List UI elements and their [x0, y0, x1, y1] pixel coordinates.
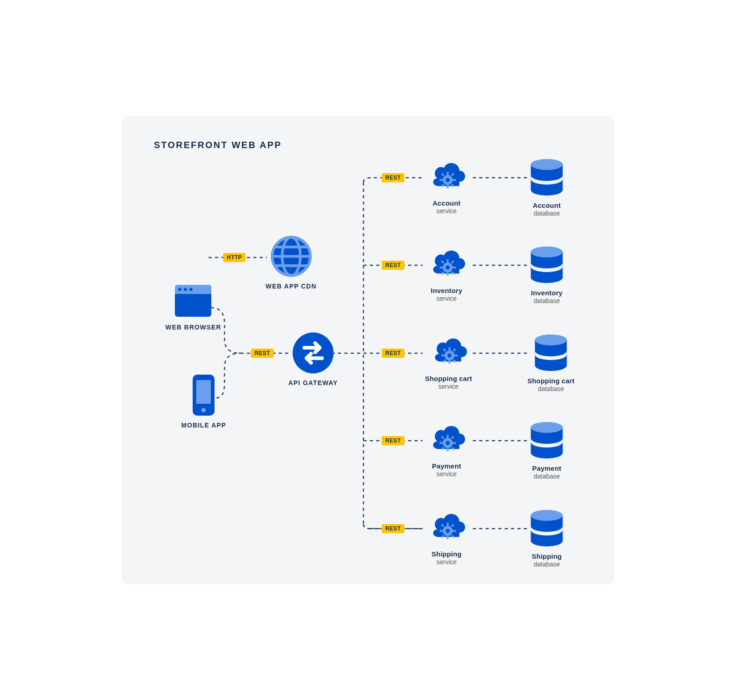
svg-rect-18 [447, 172, 449, 175]
svg-point-70 [531, 448, 563, 458]
svg-point-85 [531, 510, 563, 521]
svg-point-57 [535, 335, 567, 345]
label-db-sub: database [534, 210, 560, 217]
node-service-payment: Payment service [425, 421, 468, 478]
database-icon [532, 334, 570, 372]
label-service-name: Shipping [432, 550, 462, 558]
svg-rect-35 [453, 267, 456, 268]
label-cdn: WEB APP CDN [266, 283, 317, 290]
label-db-name: Shopping cart [527, 377, 574, 385]
gateway-icon [291, 331, 335, 375]
badge-rest-2: REST [382, 261, 404, 270]
svg-rect-62 [440, 442, 443, 444]
svg-point-8 [201, 408, 206, 412]
node-web-browser: WEB BROWSER [165, 283, 221, 331]
svg-rect-34 [440, 267, 443, 268]
node-db-inventory: Inventory database [527, 246, 566, 304]
badge-http: HTTP [223, 253, 245, 262]
svg-point-17 [446, 178, 450, 182]
svg-point-45 [448, 353, 452, 357]
svg-point-56 [535, 360, 567, 371]
svg-rect-46 [449, 347, 450, 350]
badge-rest-1: REST [382, 173, 404, 182]
node-db-shipping: Shipping database [527, 509, 566, 568]
database-icon [527, 246, 566, 284]
label-db-sub: database [534, 473, 560, 480]
cloud-service-icon [425, 421, 468, 458]
node-service-shopping-cart: Shopping cart service [425, 334, 472, 390]
label-service-name: Shopping cart [425, 375, 472, 382]
svg-point-42 [531, 272, 563, 283]
svg-rect-20 [440, 179, 443, 181]
svg-point-43 [531, 247, 563, 257]
label-service-name: Payment [432, 462, 461, 470]
globe-icon [270, 235, 313, 278]
svg-point-28 [531, 185, 563, 196]
badge-rest-5: REST [382, 524, 404, 533]
label-db-name: Shipping [532, 552, 562, 560]
svg-point-4 [184, 288, 187, 291]
database-icon [527, 158, 566, 197]
label-db-name: Inventory [531, 289, 562, 297]
svg-rect-75 [447, 536, 449, 539]
label-service-sub: service [439, 383, 459, 390]
label-service-name: Account [433, 199, 460, 207]
label-db-sub: database [534, 561, 560, 568]
label-db-sub: database [538, 385, 564, 392]
badge-rest-4: REST [382, 436, 404, 445]
label-api-gateway: API GATEWAY [288, 379, 338, 386]
svg-rect-47 [449, 360, 450, 364]
svg-point-59 [446, 441, 450, 445]
label-mobile-app: MOBILE APP [181, 422, 226, 429]
label-db-name: Payment [532, 464, 562, 472]
svg-point-3 [179, 288, 182, 291]
cloud-service-icon [425, 158, 468, 195]
badge-rest-gateway: REST [251, 349, 274, 358]
node-service-inventory: Inventory service [425, 246, 468, 302]
svg-rect-32 [447, 259, 449, 262]
svg-rect-60 [447, 435, 449, 438]
node-cdn: WEB APP CDN [266, 235, 317, 290]
diagram-title: STOREFRONT WEB APP [154, 140, 282, 150]
svg-point-31 [446, 265, 450, 269]
label-service-sub: service [436, 470, 456, 478]
database-icon [527, 509, 566, 548]
svg-point-29 [531, 159, 563, 170]
svg-rect-63 [453, 442, 456, 444]
svg-rect-48 [441, 355, 445, 356]
svg-point-84 [531, 535, 563, 546]
node-service-account: Account service [425, 158, 468, 215]
label-service-sub: service [436, 295, 456, 302]
svg-rect-7 [196, 380, 211, 404]
svg-rect-2 [175, 291, 211, 294]
node-db-account: Account database [527, 158, 566, 217]
node-mobile-app: MOBILE APP [181, 374, 226, 429]
svg-point-73 [446, 529, 450, 533]
database-icon [527, 421, 566, 460]
svg-rect-49 [455, 355, 458, 356]
cloud-service-icon [427, 334, 470, 370]
svg-rect-74 [447, 523, 449, 526]
label-service-name: Inventory [431, 287, 462, 294]
browser-window-icon [173, 283, 214, 319]
svg-point-5 [189, 288, 193, 291]
badge-rest-3: REST [382, 349, 404, 358]
node-db-payment: Payment database [527, 421, 566, 480]
cloud-service-icon [425, 509, 468, 546]
svg-point-15 [292, 332, 333, 373]
label-web-browser: WEB BROWSER [165, 324, 221, 331]
svg-rect-61 [447, 448, 449, 451]
node-api-gateway: API GATEWAY [288, 331, 338, 386]
svg-rect-76 [440, 530, 443, 532]
svg-point-71 [531, 422, 563, 433]
svg-rect-21 [453, 179, 456, 181]
node-service-shipping: Shipping service [425, 509, 468, 566]
node-db-shopping-cart: Shopping cart database [527, 334, 574, 392]
mobile-phone-icon [190, 374, 217, 417]
svg-rect-77 [453, 530, 456, 532]
label-service-sub: service [436, 558, 456, 566]
label-db-sub: database [534, 297, 560, 304]
svg-rect-19 [447, 185, 449, 188]
label-db-name: Account [533, 201, 561, 209]
architecture-diagram: STOREFRONT WEB APP [122, 116, 614, 584]
